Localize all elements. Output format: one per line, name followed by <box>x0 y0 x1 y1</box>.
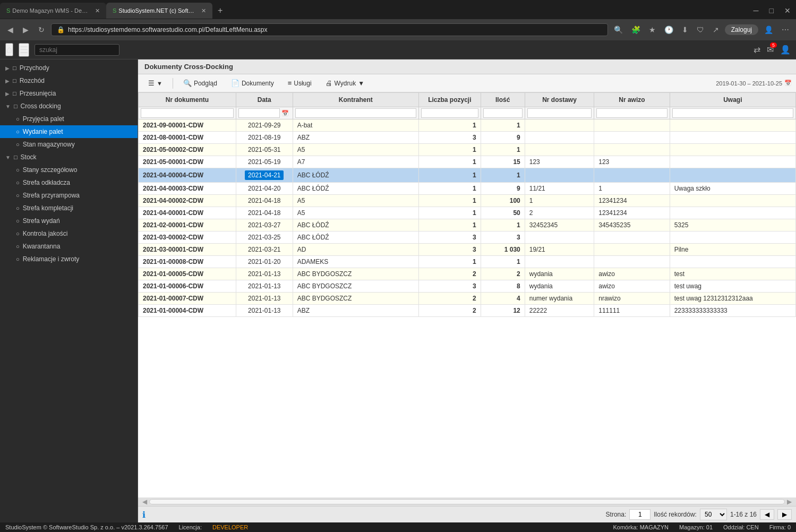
table-row[interactable]: 2021-05-00001-CDW 2021-05-19 A7 1 15 123… <box>139 156 796 168</box>
tab1-close[interactable]: ✕ <box>95 7 100 14</box>
close-button[interactable]: ✕ <box>779 3 796 19</box>
minimize-button[interactable]: ─ <box>748 3 764 19</box>
sidebar-item-przychody[interactable]: ▶ □ Przychody <box>0 62 138 74</box>
address-bar[interactable]: 🔒 https://studiosystemdemo.softwarestudi… <box>51 23 608 36</box>
scroll-left-arrow[interactable]: ◀ <box>140 498 149 505</box>
table-row[interactable]: 2021-04-00001-CDW 2021-04-18 A5 1 50 2 1… <box>139 207 796 219</box>
sidebar-item-stan-magazynowy[interactable]: ○ Stan magazynowy <box>0 138 138 151</box>
back-button[interactable]: ◀ <box>4 24 16 35</box>
home-button[interactable]: ⌂ <box>5 43 13 56</box>
filter-nr-awizo[interactable] <box>596 108 667 118</box>
sidebar-item-strefa-kompletacji[interactable]: ○ Strefa kompletacji <box>0 202 138 214</box>
table-row[interactable]: 2021-09-00001-CDW 2021-09-29 A-bat 1 1 <box>139 119 796 132</box>
filter-ilosc[interactable] <box>483 108 523 118</box>
cell-kontrahent: ABC ŁÓDŹ <box>293 231 418 244</box>
table-row[interactable]: 2021-03-00001-CDW 2021-03-21 AD 3 1 030 … <box>139 244 796 256</box>
search-input[interactable] <box>35 44 119 56</box>
browser-tab-1[interactable]: S Demo Magazyn WMS - Demo o... ✕ <box>0 3 106 19</box>
extensions-button[interactable]: 🧩 <box>629 24 643 35</box>
reload-button[interactable]: ↻ <box>35 24 48 35</box>
sidebar-item-rozchod[interactable]: ▶ □ Rozchód <box>0 74 138 87</box>
sidebar-item-reklamacje[interactable]: ○ Reklamacje i zwroty <box>0 253 138 265</box>
filter-data[interactable] <box>238 108 280 118</box>
browser-tab-2[interactable]: S StudioSystem.NET (c) SoftwareSt... ✕ <box>106 3 212 19</box>
next-page-button[interactable]: ▶ <box>777 509 792 520</box>
menu-toggle-button[interactable]: ☰ <box>19 43 29 57</box>
table-row[interactable]: 2021-03-00002-CDW 2021-03-25 ABC ŁÓDŹ 3 … <box>139 231 796 244</box>
cell-data: 2021-01-13 <box>236 305 293 317</box>
table-row[interactable]: 2021-08-00001-CDW 2021-08-19 ABZ 3 9 <box>139 132 796 144</box>
stock-icon: □ <box>14 154 18 160</box>
switch-icon[interactable]: ⇄ <box>754 45 760 55</box>
sidebar-item-cross-docking[interactable]: ▼ □ Cross docking <box>0 100 138 113</box>
table-row[interactable]: 2021-01-00006-CDW 2021-01-13 ABC BYDGOSZ… <box>139 280 796 293</box>
calendar-filter-icon[interactable]: 📅 <box>280 109 290 117</box>
cell-data: 2021-05-31 <box>236 144 293 156</box>
user-button[interactable]: 👤 <box>780 45 791 55</box>
horizontal-scrollbar[interactable]: ◀ ▶ <box>138 497 796 506</box>
filter-liczba-pozycji[interactable] <box>421 108 478 118</box>
page-input[interactable] <box>629 509 651 520</box>
filter-kontrahent[interactable] <box>295 108 416 118</box>
sidebar-item-strefa-wydan[interactable]: ○ Strefa wydań <box>0 214 138 227</box>
pagination: Strona: Ilość rekordów: 50 100 200 1-16 … <box>606 509 792 520</box>
sidebar-item-wydanie-palet[interactable]: ○ Wydanie palet <box>0 125 138 138</box>
stan-magazynowy-icon: ○ <box>16 141 20 148</box>
table-row[interactable]: 2021-01-00008-CDW 2021-01-20 ADAMEKS 1 1 <box>139 256 796 268</box>
filter-nr-dostawy[interactable] <box>527 108 592 118</box>
prev-page-button[interactable]: ◀ <box>760 509 774 520</box>
favorites-button[interactable]: ★ <box>646 24 658 35</box>
cell-nr-awizo: awizo <box>594 280 670 293</box>
sidebar-item-stany-szczegolowo[interactable]: ○ Stany szczegółowo <box>0 164 138 176</box>
table-row[interactable]: 2021-04-00004-CDW 2021-04-21 ABC ŁÓDŹ 1 … <box>139 168 796 183</box>
downloads-button[interactable]: ⬇ <box>679 24 691 35</box>
scroll-right-arrow[interactable]: ▶ <box>785 498 794 505</box>
records-select[interactable]: 50 100 200 <box>700 509 727 520</box>
scroll-bar-thumb[interactable] <box>149 499 785 504</box>
table-row[interactable]: 2021-04-00003-CDW 2021-04-20 ABC ŁÓDŹ 1 … <box>139 183 796 195</box>
calendar-icon[interactable]: 📅 <box>784 80 792 87</box>
maximize-button[interactable]: □ <box>764 3 779 19</box>
sidebar-item-przyjecia-palet[interactable]: ○ Przyjęcia palet <box>0 113 138 125</box>
filter-nr-dokumentu[interactable] <box>141 108 234 118</box>
cell-data: 2021-04-21 <box>236 168 293 183</box>
cell-kontrahent: A5 <box>293 195 418 207</box>
history-button[interactable]: 🕐 <box>662 24 676 35</box>
sidebar-item-kwarantanna[interactable]: ○ Kwarantanna <box>0 240 138 253</box>
forward-button[interactable]: ▶ <box>20 24 32 35</box>
share-button[interactable]: ↗ <box>710 24 722 35</box>
search-browser-button[interactable]: 🔍 <box>611 24 626 35</box>
podglad-button[interactable]: 🔍 Podgląd <box>177 76 223 90</box>
tab2-close[interactable]: ✕ <box>201 7 206 14</box>
sidebar-item-stock[interactable]: ▼ □ Stock <box>0 151 138 164</box>
wydruk-button[interactable]: 🖨 Wydruk ▼ <box>320 76 370 90</box>
sidebar-item-strefa-odkladcza[interactable]: ○ Strefa odkładcza <box>0 176 138 189</box>
tab2-favicon: S <box>113 7 116 14</box>
info-icon[interactable]: ℹ <box>142 510 145 520</box>
filter-uwagi[interactable] <box>672 108 793 118</box>
cell-nr: 2021-02-00001-CDW <box>139 219 236 231</box>
new-tab-button[interactable]: + <box>212 6 228 15</box>
profile-button[interactable]: 👤 <box>761 24 776 35</box>
sidebar-item-strefa-przyrampowa[interactable]: ○ Strefa przyrampowa <box>0 189 138 202</box>
table-row[interactable]: 2021-01-00005-CDW 2021-01-13 ABC BYDGOSZ… <box>139 268 796 280</box>
sidebar-item-przesunięcia[interactable]: ▶ □ Przesunięcia <box>0 87 138 100</box>
cell-ilosc: 9 <box>481 132 525 144</box>
firma-text: Firma: 0 <box>769 524 791 530</box>
dokumenty-button[interactable]: 📄 Dokumenty <box>225 76 280 90</box>
table-row[interactable]: 2021-04-00002-CDW 2021-04-18 A5 1 100 1 … <box>139 195 796 207</box>
stock-arrow: ▼ <box>5 155 11 160</box>
cell-ilosc: 1 <box>481 219 525 231</box>
table-row[interactable]: 2021-01-00007-CDW 2021-01-13 ABC BYDGOSZ… <box>139 293 796 305</box>
table-row[interactable]: 2021-01-00004-CDW 2021-01-13 ABZ 2 12 22… <box>139 305 796 317</box>
security-button[interactable]: 🛡 <box>694 24 707 35</box>
table-row[interactable]: 2021-05-00002-CDW 2021-05-31 A5 1 1 <box>139 144 796 156</box>
more-button[interactable]: ⋯ <box>779 24 792 35</box>
uslugi-button[interactable]: ≡ Usługi <box>282 76 318 90</box>
login-button[interactable]: Zaloguj <box>725 24 758 35</box>
notification-button[interactable]: ✉ <box>767 45 774 55</box>
cell-pozycje: 1 <box>418 168 481 183</box>
table-row[interactable]: 2021-02-00001-CDW 2021-03-27 ABC ŁÓDŹ 1 … <box>139 219 796 231</box>
sidebar-item-kontrola-jakosci[interactable]: ○ Kontrola jakości <box>0 227 138 240</box>
menu-button[interactable]: ☰ ▼ <box>142 76 168 90</box>
